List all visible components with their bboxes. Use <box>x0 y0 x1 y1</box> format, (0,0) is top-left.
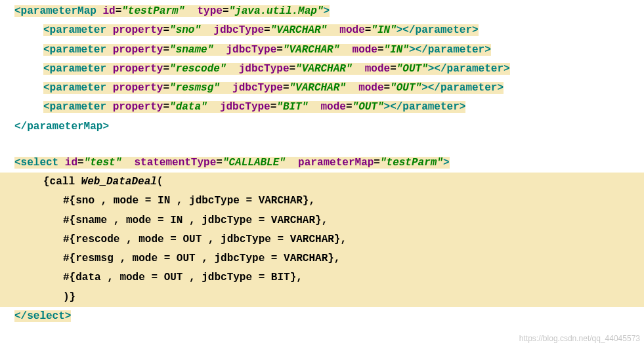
call-arg: #{data , mode = OUT , jdbcType = BIT}, <box>0 268 644 287</box>
watermark: https://blog.csdn.net/qq_44045573 <box>519 332 640 346</box>
call-header: {call Web_DataDeal( <box>0 173 644 192</box>
parameter-line: <parameter property="data" jdbcType="BIT… <box>0 98 644 117</box>
select-close: </select> <box>0 307 644 326</box>
call-footer: )} <box>0 288 644 307</box>
call-arg: #{sno , mode = IN , jdbcType = VARCHAR}, <box>0 192 644 211</box>
code-block: <parameterMap id="testParm" type="java.u… <box>0 0 644 326</box>
parameterMap-open: <parameterMap id="testParm" type="java.u… <box>0 2 644 21</box>
select-open: <select id="test" statementType="CALLABL… <box>0 154 644 173</box>
call-arg: #{rescode , mode = OUT , jdbcType = VARC… <box>0 230 644 249</box>
parameter-line: <parameter property="rescode" jdbcType="… <box>0 60 644 79</box>
call-arg: #{resmsg , mode = OUT , jdbcType = VARCH… <box>0 249 644 268</box>
parameterMap-close: </parameterMap> <box>0 117 644 136</box>
call-arg: #{sname , mode = IN , jdbcType = VARCHAR… <box>0 211 644 230</box>
parameter-line: <parameter property="resmsg" jdbcType="V… <box>0 79 644 98</box>
parameter-line: <parameter property="sname" jdbcType="VA… <box>0 41 644 60</box>
parameter-line: <parameter property="sno" jdbcType="VARC… <box>0 21 644 40</box>
